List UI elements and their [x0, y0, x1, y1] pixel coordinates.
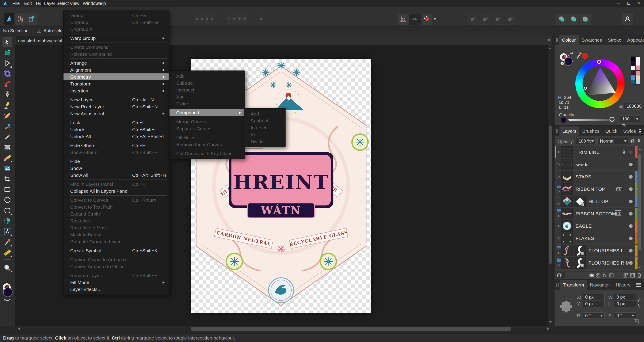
menu-item-transform[interactable]: Transform	[64, 80, 168, 87]
swap-colours-icon[interactable]	[568, 52, 573, 56]
expand-chevron-icon[interactable]: >	[557, 150, 560, 155]
swatch[interactable]	[631, 56, 636, 61]
layer-colour-tag[interactable]	[635, 183, 638, 195]
move-order-button-3[interactable]	[237, 14, 242, 24]
adjustment-button[interactable]	[595, 272, 601, 278]
fill-stroke-selector[interactable]	[1, 283, 14, 303]
menu-item-alignment[interactable]: Alignment	[64, 67, 168, 73]
menubar-item-help[interactable]: Help	[94, 0, 108, 7]
menu-item-warp-group[interactable]: Warp Group	[64, 35, 168, 42]
boolean-subtract-button[interactable]	[568, 14, 579, 25]
layer-lock-icon[interactable]	[622, 150, 626, 154]
add-layer-button[interactable]	[623, 272, 629, 278]
account-button[interactable]	[622, 13, 633, 25]
expand-chevron-icon[interactable]: >	[557, 223, 560, 228]
layers-tab-styles[interactable]: Styles	[620, 126, 639, 136]
mask-layer-button[interactable]	[589, 272, 594, 278]
move-by-whole-pixels-toggle[interactable]	[410, 14, 421, 25]
transform-tab-navigator[interactable]: Navigator	[587, 280, 613, 290]
menubar-item-view[interactable]: View	[67, 0, 82, 7]
link-dimensions-icon[interactable]	[638, 298, 642, 308]
hex-input[interactable]: 180830	[624, 103, 641, 109]
menu-item-convert-to-text-path[interactable]: Convert to Text Path	[64, 203, 168, 210]
snapping-button[interactable]	[422, 14, 432, 25]
menu-item-new-adjustment[interactable]: New Adjustment	[64, 110, 168, 117]
layer-colour-tag[interactable]	[635, 171, 638, 183]
layer-row-flourishes-r-m[interactable]: >FLOURISHES R M	[556, 257, 638, 269]
colour-tab-colour[interactable]: Colour	[559, 35, 579, 45]
menu-item-xor[interactable]: Xor	[244, 131, 285, 138]
minimize-button[interactable]: —	[614, 0, 624, 6]
ellipse-tool[interactable]	[2, 195, 12, 205]
rectangle-tool[interactable]	[2, 184, 12, 194]
layers-tab-quick-fx[interactable]: Quick FX	[602, 126, 620, 136]
menu-item-show[interactable]: Show	[64, 165, 168, 172]
panel-corner-icon[interactable]	[634, 319, 639, 324]
order-button-4[interactable]	[210, 14, 214, 24]
layer-mask-thumbnail[interactable]	[574, 257, 586, 269]
expand-chevron-icon[interactable]: >	[557, 162, 560, 167]
layer-row-flakes[interactable]: >FLAKES	[556, 232, 638, 244]
colour-tab-swatches[interactable]: Swatches	[579, 35, 605, 45]
move-tool[interactable]	[2, 37, 12, 47]
panel-grip[interactable]	[556, 38, 558, 42]
pen-tool[interactable]	[2, 90, 12, 100]
misc-button[interactable]	[259, 14, 264, 24]
layer-fx-badge[interactable]: fX	[615, 210, 621, 217]
layer-row-ribbon-top[interactable]: >RIBBON TOPfX	[556, 183, 638, 195]
menu-item-group[interactable]: GroupCtrl+G	[64, 12, 168, 19]
add-pixel-layer-button[interactable]	[630, 272, 636, 278]
pixel-persona-button[interactable]	[15, 13, 26, 25]
paint-brush-tool[interactable]	[2, 121, 12, 131]
layer-visibility-toggle[interactable]	[629, 150, 632, 154]
layer-row-stars[interactable]: >STARS	[556, 171, 638, 183]
colour-picker-icon[interactable]	[575, 52, 582, 59]
transform-input-h[interactable]: 0 px	[614, 300, 636, 307]
panel-grip[interactable]	[556, 283, 558, 287]
blend-mode-dropdown[interactable]: Normal	[598, 138, 628, 144]
expand-chevron-icon[interactable]: >	[557, 189, 560, 194]
transform-tab-transform[interactable]: Transform	[560, 280, 587, 290]
menu-item-hide-others[interactable]: Hide OthersCtrl+H	[64, 142, 168, 149]
swatch[interactable]	[636, 56, 640, 61]
order-button-3[interactable]	[204, 14, 209, 24]
panel-grip[interactable]	[556, 129, 558, 133]
menu-item-ungroup-all[interactable]: Ungroup All	[64, 26, 168, 33]
measure-tool[interactable]	[2, 247, 12, 257]
menu-item-convert-to-curves[interactable]: Convert to CurvesCtrl+Return	[64, 196, 168, 203]
menu-item-new-layer[interactable]: New LayerCtrl+Alt+N	[64, 96, 168, 103]
order-button-1[interactable]	[194, 14, 199, 24]
swatch[interactable]	[636, 71, 640, 75]
layer-colour-tag[interactable]	[635, 257, 638, 269]
layer-thumbnail[interactable]	[561, 183, 573, 195]
fill-colour-well[interactable]	[564, 57, 573, 66]
layer-colour-tag[interactable]	[635, 232, 638, 244]
menu-item-rasterise[interactable]: Rasterise...	[64, 217, 168, 224]
canvas-vertical-scrollbar[interactable]	[548, 45, 552, 326]
lock-layer-icon[interactable]	[637, 138, 641, 143]
delete-layer-button[interactable]	[636, 272, 642, 278]
menu-item-divide[interactable]: Divide	[170, 100, 245, 107]
opacity-slider-knob[interactable]	[610, 117, 614, 122]
layer-row-eagle[interactable]: >EAGLE	[556, 220, 638, 232]
menu-item-layer-effects[interactable]: Layer Effects...	[64, 286, 168, 293]
menu-item-unlock[interactable]: UnlockCtrl+Shift+L	[64, 126, 168, 133]
opacity-dropdown[interactable]	[634, 116, 640, 122]
layer-thumbnail[interactable]	[561, 233, 573, 244]
menu-item-arrange[interactable]: Arrange	[64, 60, 168, 67]
layer-mask-thumbnail[interactable]	[574, 196, 586, 207]
order-button-2[interactable]	[200, 14, 204, 24]
document-tab[interactable]: sample-hreint-watn-label-	[16, 36, 70, 45]
expand-chevron-icon[interactable]: >	[557, 263, 560, 268]
menu-item-hide[interactable]: Hide	[64, 158, 168, 165]
insert-behind-button[interactable]	[467, 14, 478, 25]
menu-item-insertion[interactable]: Insertion	[64, 87, 168, 94]
replace-selection-button[interactable]	[505, 14, 516, 25]
menu-item-rasterise-to-mask[interactable]: Rasterise to Mask	[64, 224, 168, 231]
swatch[interactable]	[636, 66, 640, 71]
layer-row-seeds[interactable]: >seeds	[556, 158, 638, 170]
layer-thumbnail[interactable]	[561, 220, 573, 232]
menu-item-geometry[interactable]: Geometry	[64, 73, 168, 80]
menu-item-unlock-all[interactable]: Unlock AllCtrl+Alt+Shift+L	[64, 133, 168, 140]
menu-item-new-pixel-layer[interactable]: New Pixel LayerCtrl+Shift+N	[64, 103, 168, 110]
